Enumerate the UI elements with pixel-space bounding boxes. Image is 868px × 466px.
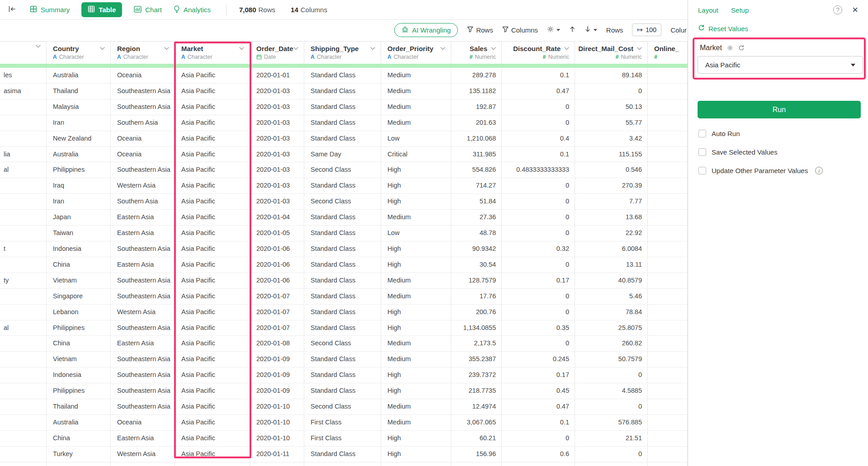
cell-discount_rate: 0.4833333333333 xyxy=(502,162,575,178)
filter-columns-button[interactable]: Columns xyxy=(502,26,538,34)
checkbox-unchecked[interactable] xyxy=(698,167,706,174)
table-row: MalaysiaSoutheastern AsiaAsia Pacific202… xyxy=(0,99,688,115)
chevron-down-icon[interactable] xyxy=(491,47,496,50)
tab-table[interactable]: Table xyxy=(81,2,122,17)
column-header-discount-rate[interactable]: Discount_Rate#Numeric xyxy=(502,42,575,64)
chevron-down-icon[interactable] xyxy=(637,47,642,50)
column-header-market[interactable]: MarketACharacter xyxy=(175,42,250,64)
save-selected-values-checkbox[interactable]: Save Selected Values xyxy=(698,148,778,156)
cell-city: t xyxy=(0,241,47,257)
cell-region: Oceania xyxy=(111,131,175,147)
column-header-order-date[interactable]: Order_DateDate xyxy=(250,42,304,64)
column-header-country[interactable]: CountryACharacter xyxy=(47,42,111,64)
market-parameter-select[interactable]: Asia Pacific xyxy=(698,56,863,74)
column-header-sales[interactable]: Sales#Numeric xyxy=(451,42,502,64)
table-row: IndonesiaSoutheastern AsiaAsia Pacific20… xyxy=(0,367,688,383)
checkbox-unchecked[interactable] xyxy=(698,130,706,137)
columns-per-page-label-truncated: Colur xyxy=(670,26,687,34)
cell-order_priority: Medium xyxy=(381,84,451,99)
cell-city: al xyxy=(0,320,47,336)
reset-values-label: Reset Values xyxy=(708,25,748,33)
column-header-online-[interactable]: Online_# xyxy=(648,42,688,64)
upload-button[interactable] xyxy=(569,26,576,34)
chevron-down-icon[interactable] xyxy=(239,47,244,50)
cell-market: Asia Pacific xyxy=(175,194,250,210)
cell-sales: 12.4974 xyxy=(451,399,502,415)
info-icon[interactable]: i xyxy=(815,167,823,174)
cell-city xyxy=(0,99,47,115)
arrow-up-icon xyxy=(569,26,576,34)
column-header-clipped[interactable] xyxy=(0,42,47,64)
cell-region: Southeastern Asia xyxy=(111,383,175,399)
update-other-parameter-values-checkbox[interactable]: Update Other Parameter Values i xyxy=(698,167,823,174)
chevron-down-icon[interactable] xyxy=(100,47,105,50)
filter-rows-label: Rows xyxy=(476,26,493,34)
column-type: ACharacter xyxy=(117,54,169,60)
close-icon[interactable]: × xyxy=(852,5,858,15)
cell-country: New Zealand xyxy=(47,131,111,147)
tab-chart[interactable]: Chart xyxy=(134,6,162,14)
cell-country: Taiwan xyxy=(47,226,111,241)
column-header-order-priority[interactable]: Order_PriorityACharacter xyxy=(381,42,451,64)
cell-shipping_type: Standard Class xyxy=(304,320,381,336)
tab-analytics[interactable]: Analytics xyxy=(174,5,211,14)
reset-values-button[interactable]: Reset Values xyxy=(698,24,748,33)
chevron-down-icon[interactable] xyxy=(564,47,569,50)
run-button[interactable]: Run xyxy=(698,101,861,118)
collapse-sidebar-button[interactable] xyxy=(8,5,16,14)
help-icon[interactable]: ? xyxy=(833,5,842,14)
table-row: tIndonesiaSoutheastern AsiaAsia Pacific2… xyxy=(0,241,688,257)
column-name: Shipping_Type xyxy=(311,45,359,52)
chevron-down-icon[interactable] xyxy=(293,47,298,50)
cell-direct_mail_cost: 270.39 xyxy=(575,178,648,194)
cell-region: Eastern Asia xyxy=(111,257,175,273)
tab-label: Table xyxy=(99,6,116,14)
cell-city xyxy=(0,336,47,352)
tab-summary[interactable]: Summary xyxy=(30,5,70,14)
cell-order_date: 2020-01-10 xyxy=(250,431,304,447)
rows-per-page-input[interactable]: ↦ 100 xyxy=(632,24,661,36)
chevron-down-icon[interactable] xyxy=(370,47,375,50)
cell-market: Asia Pacific xyxy=(175,320,250,336)
table-row: LebanonWestern AsiaAsia Pacific2020-01-0… xyxy=(0,305,688,320)
checkbox-unchecked[interactable] xyxy=(698,148,706,156)
cell-order_date: 2020-01-07 xyxy=(250,305,304,320)
cell-online xyxy=(648,383,688,399)
cell-order_priority: High xyxy=(381,367,451,383)
cell-order_date: 2020-01-03 xyxy=(250,131,304,147)
cell-country: Vietnam xyxy=(47,273,111,289)
chevron-down-icon[interactable] xyxy=(440,47,445,50)
gear-icon[interactable] xyxy=(727,45,733,51)
column-type: ACharacter xyxy=(387,54,445,60)
column-header-region[interactable]: RegionACharacter xyxy=(111,42,175,64)
chevron-down-icon[interactable] xyxy=(164,47,169,50)
cell-order_date: 2020-01-06 xyxy=(250,257,304,273)
column-header-shipping-type[interactable]: Shipping_TypeACharacter xyxy=(304,42,381,64)
cell-direct_mail_cost: 25.8075 xyxy=(575,320,648,336)
app-window: Summary Table Chart Analytics 7,080Rows … xyxy=(0,0,868,466)
cell-order_priority: Medium xyxy=(381,68,451,84)
cell-order_date: 2020-01-10 xyxy=(250,415,304,431)
cell-region: Southeastern Asia xyxy=(111,399,175,415)
filter-rows-button[interactable]: Rows xyxy=(467,26,493,34)
download-button[interactable] xyxy=(585,26,597,34)
chevron-down-icon[interactable] xyxy=(36,45,41,48)
column-type: ACharacter xyxy=(53,54,105,60)
ai-wrangling-button[interactable]: AI Wrangling xyxy=(394,23,458,37)
panel-tab-layout[interactable]: Layout xyxy=(698,6,718,14)
cell-order_priority: Critical xyxy=(381,147,451,163)
cell-discount_rate: 0.17 xyxy=(502,273,575,289)
cell-online xyxy=(648,305,688,320)
cell-shipping_type: Standard Class xyxy=(304,226,381,241)
table-settings-button[interactable] xyxy=(547,26,560,34)
table-row: lesAustraliaOceaniaAsia Pacific2020-01-0… xyxy=(0,68,688,84)
column-header-direct-mail-cost[interactable]: Direct_Mail_Cost#Numeric xyxy=(575,42,648,64)
cell-shipping_type: Standard Class xyxy=(304,84,381,99)
auto-run-checkbox[interactable]: Auto Run xyxy=(698,130,740,137)
panel-tab-setup[interactable]: Setup xyxy=(731,6,749,14)
table-grid-icon xyxy=(88,5,95,14)
cell-shipping_type: Standard Class xyxy=(304,115,381,131)
cell-order_date: 2020-01-03 xyxy=(250,99,304,115)
column-type: ACharacter xyxy=(181,54,244,60)
refresh-icon[interactable] xyxy=(738,45,745,51)
